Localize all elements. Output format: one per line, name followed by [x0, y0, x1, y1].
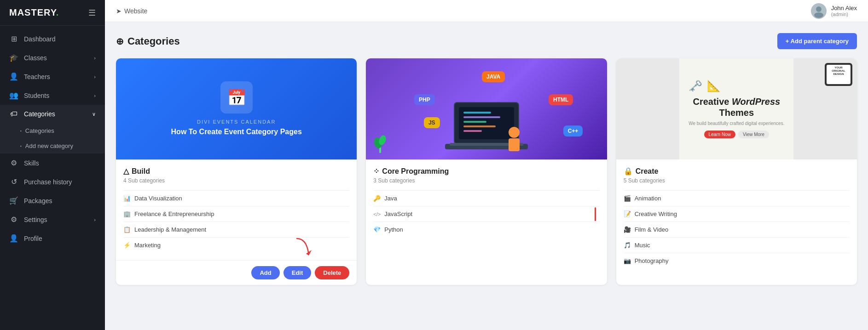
submenu-label: Add new category	[25, 142, 73, 149]
card-build-body: △ Build 4 Sub categories 📊 Data Visualiz…	[116, 159, 357, 260]
sidebar-item-label: Skills	[24, 159, 39, 167]
dashboard-icon: ⊞	[9, 34, 18, 43]
submenu-item-add-category[interactable]: • Add new category	[0, 138, 105, 154]
svg-rect-14	[509, 138, 520, 151]
list-item: 🏢 Freelance & Entrepreneurship	[123, 206, 349, 222]
app-logo: MASTERY.	[9, 7, 59, 18]
animation-icon: 🎬	[624, 195, 631, 202]
chevron-right-icon: ›	[94, 55, 96, 61]
build-img-label: DIVI EVENTS CALENDAR	[197, 119, 276, 125]
svg-rect-9	[463, 125, 496, 127]
list-item: </> JavaScript	[373, 206, 599, 222]
list-item: 📊 Data Visualization	[123, 190, 349, 206]
sidebar-item-purchase-history[interactable]: ↺ Purchase history	[0, 172, 105, 191]
page-title: ⊕ Categories	[116, 35, 180, 47]
code-icon: </>	[373, 211, 381, 217]
edit-button[interactable]: Edit	[284, 266, 312, 279]
calendar-icon: 📅	[220, 81, 253, 114]
diamond-icon: 💎	[373, 226, 381, 233]
plant-icon	[373, 130, 387, 155]
bullet-icon: •	[20, 144, 22, 148]
svg-rect-10	[463, 130, 482, 132]
delete-button[interactable]: Delete	[315, 266, 349, 279]
sidebar-item-label: Settings	[24, 216, 47, 223]
sidebar-item-profile[interactable]: 👤 Profile	[0, 229, 105, 248]
card-create: 🗝️📐 Creative WordPressThemes We build be…	[616, 58, 857, 285]
svg-point-13	[509, 127, 520, 138]
build-img-content: 📅 DIVI EVENTS CALENDAR How To Create Eve…	[162, 58, 311, 159]
card-core-image: JAVA PHP HTML JS C++	[366, 58, 607, 159]
film-icon: 🎥	[624, 226, 631, 233]
music-icon: 🎵	[624, 242, 631, 249]
key-icon: 🔑	[373, 195, 381, 202]
sidebar-item-dashboard[interactable]: ⊞ Dashboard	[0, 29, 105, 48]
submenu-item-categories[interactable]: • Categories	[0, 123, 105, 138]
profile-icon: 👤	[9, 234, 18, 243]
create-img-text: 🗝️📐 Creative WordPressThemes We build be…	[689, 80, 784, 138]
teachers-icon: 👤	[9, 72, 18, 81]
html-badge: HTML	[549, 94, 573, 105]
building-icon: 🏢	[123, 211, 131, 217]
categories-grid: 📅 DIVI EVENTS CALENDAR How To Create Eve…	[116, 58, 857, 285]
sidebar-item-label: Dashboard	[24, 35, 56, 43]
tablet-mockup: YOUR ORIGINAL DESIGN	[825, 63, 852, 86]
list-item: 📷 Photography	[624, 253, 850, 268]
user-name: John Alex	[831, 5, 857, 11]
create-decoration: 🗝️📐	[689, 80, 784, 92]
js-badge: JS	[424, 117, 440, 128]
hamburger-icon[interactable]: ☰	[88, 8, 96, 18]
purchase-history-icon: ↺	[9, 177, 18, 186]
add-button[interactable]: Add	[251, 266, 279, 279]
list-item: 📝 Creative Writing	[624, 206, 850, 222]
java-badge: JAVA	[482, 71, 505, 82]
topbar-left: ➤ Website	[116, 7, 147, 15]
card-build: 📅 DIVI EVENTS CALENDAR How To Create Eve…	[116, 58, 357, 285]
sidebar-item-teachers[interactable]: 👤 Teachers ›	[0, 67, 105, 86]
sidebar-navigation: ⊞ Dashboard 🎓 Classes › 👤 Teachers › 👥 S…	[0, 26, 105, 330]
submenu-label: Categories	[25, 127, 54, 134]
list-item: 🎥 Film & Video	[624, 222, 850, 237]
sidebar-item-packages[interactable]: 🛒 Packages	[0, 191, 105, 210]
sidebar-item-label: Teachers	[24, 73, 50, 80]
categories-icon: 🏷	[9, 110, 18, 118]
list-item: ⚡ Marketing	[123, 237, 349, 253]
card-build-subtitle: 4 Sub categories	[123, 177, 349, 184]
list-item: 🎬 Animation	[624, 190, 850, 206]
build-img-heading: How To Create Event Category Pages	[171, 127, 302, 137]
sidebar-logo: MASTERY. ☰	[0, 0, 105, 26]
svg-rect-8	[463, 121, 486, 123]
svg-point-2	[814, 12, 823, 18]
breadcrumb: Website	[124, 7, 147, 15]
bullet-icon: •	[20, 129, 22, 133]
categories-nav-icon: ⊕	[116, 36, 124, 47]
chevron-right-icon: ›	[94, 74, 96, 80]
add-parent-category-button[interactable]: + Add parent category	[777, 33, 857, 49]
sidebar-item-categories[interactable]: 🏷 Categories ∨	[0, 105, 105, 123]
avatar	[811, 3, 827, 19]
sidebar: MASTERY. ☰ ⊞ Dashboard 🎓 Classes › 👤 Tea…	[0, 0, 105, 330]
create-subtext: We build beautifully crafted digital exp…	[689, 121, 784, 126]
build-title-icon: △	[123, 167, 129, 176]
sidebar-item-label: Categories	[24, 110, 55, 118]
card-build-image: 📅 DIVI EVENTS CALENDAR How To Create Eve…	[116, 58, 357, 159]
categories-submenu: • Categories • Add new category	[0, 123, 105, 154]
card-core-programming: JAVA PHP HTML JS C++	[366, 58, 607, 285]
sidebar-item-skills[interactable]: ⚙ Skills	[0, 154, 105, 172]
sidebar-item-label: Packages	[24, 197, 52, 205]
svg-point-1	[816, 6, 822, 12]
card-build-actions: Add Edit Delete	[116, 260, 357, 285]
create-heading: Creative WordPressThemes	[689, 96, 784, 118]
list-item: 🎵 Music	[624, 237, 850, 253]
chart-icon: 📊	[123, 195, 131, 202]
lightning-icon: ⚡	[123, 242, 131, 249]
sidebar-item-students[interactable]: 👥 Students ›	[0, 86, 105, 105]
sidebar-item-settings[interactable]: ⚙ Settings ›	[0, 210, 105, 229]
sidebar-item-label: Classes	[24, 54, 47, 62]
laptop-graphic	[440, 98, 532, 159]
svg-rect-7	[463, 116, 500, 118]
list-item: 💎 Python	[373, 222, 599, 237]
card-create-subtitle: 5 Sub categories	[624, 177, 850, 184]
sidebar-item-classes[interactable]: 🎓 Classes ›	[0, 48, 105, 67]
php-badge: PHP	[414, 94, 435, 105]
clipboard-icon: 📋	[123, 226, 131, 233]
